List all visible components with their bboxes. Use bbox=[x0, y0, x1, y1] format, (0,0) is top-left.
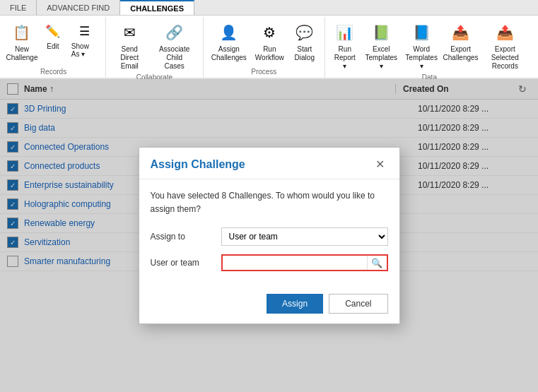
excel-templates-label: Excel Templates ▾ bbox=[365, 45, 397, 71]
start-dialog-label: Start Dialog bbox=[295, 45, 315, 62]
tab-file[interactable]: FILE bbox=[0, 0, 37, 15]
user-or-team-search-button[interactable]: 🔍 bbox=[367, 256, 387, 270]
run-report-label: Run Report ▾ bbox=[333, 45, 357, 71]
edit-icon: ✏️ bbox=[43, 21, 63, 41]
export-challenges-button[interactable]: 📤 Export Challenges bbox=[443, 18, 479, 65]
new-challenge-label: New Challenge bbox=[6, 45, 37, 62]
ribbon-group-collaborate: ✉ Send Direct Email 🔗 Associate Child Ca… bbox=[106, 17, 204, 78]
run-report-icon: 📊 bbox=[334, 21, 356, 44]
run-workflow-icon: ⚙ bbox=[258, 21, 281, 44]
assign-button[interactable]: Assign bbox=[267, 294, 323, 314]
show-as-button[interactable]: ☰ Show As ▾ bbox=[68, 18, 101, 61]
assign-challenges-label: Assign Challenges bbox=[211, 45, 247, 62]
send-direct-email-label: Send Direct Email bbox=[114, 45, 145, 71]
start-dialog-button[interactable]: 💬 Start Dialog bbox=[289, 18, 320, 65]
modal-footer: Assign Cancel bbox=[139, 288, 399, 323]
run-report-button[interactable]: 📊 Run Report ▾ bbox=[329, 18, 361, 73]
cancel-button[interactable]: Cancel bbox=[329, 294, 387, 314]
run-workflow-button[interactable]: ⚙ Run Workflow bbox=[252, 18, 288, 65]
user-or-team-input[interactable] bbox=[223, 256, 367, 270]
user-or-team-label: User or team bbox=[151, 258, 221, 268]
associate-child-cases-icon: 🔗 bbox=[163, 21, 186, 44]
word-templates-label: Word Templates ▾ bbox=[405, 45, 438, 71]
ribbon-group-process: 👤 Assign Challenges ⚙ Run Workflow 💬 Sta… bbox=[204, 17, 325, 78]
new-challenge-button[interactable]: 📋 New Challenge bbox=[6, 18, 38, 65]
process-group-label: Process bbox=[208, 68, 320, 78]
records-group-label: Records bbox=[6, 68, 101, 78]
user-or-team-control: 🔍 bbox=[221, 254, 388, 271]
close-icon[interactable]: ✕ bbox=[372, 158, 388, 172]
word-templates-icon: 📘 bbox=[410, 21, 433, 44]
export-selected-icon: 📤 bbox=[493, 21, 516, 44]
assign-to-label: Assign to bbox=[151, 232, 221, 242]
associate-child-cases-button[interactable]: 🔗 Associate Child Cases bbox=[150, 18, 198, 73]
export-selected-label: Export Selected Records bbox=[484, 45, 526, 71]
modal-description: You have selected 8 Challenges. To whom … bbox=[151, 189, 388, 216]
associate-child-cases-label: Associate Child Cases bbox=[153, 45, 194, 71]
send-direct-email-icon: ✉ bbox=[118, 21, 141, 44]
modal-overlay: Assign Challenge ✕ You have selected 8 C… bbox=[0, 79, 538, 392]
assign-to-select[interactable]: User or team bbox=[221, 227, 388, 246]
tab-advanced-find[interactable]: ADVANCED FIND bbox=[37, 0, 120, 15]
show-as-label: Show As ▾ bbox=[71, 42, 98, 58]
send-direct-email-button[interactable]: ✉ Send Direct Email bbox=[110, 18, 148, 73]
edit-button[interactable]: ✏️ Edit bbox=[40, 18, 66, 53]
edit-label: Edit bbox=[47, 42, 59, 50]
export-challenges-icon: 📤 bbox=[450, 21, 472, 44]
assign-to-row: Assign to User or team bbox=[151, 227, 388, 246]
export-challenges-label: Export Challenges bbox=[443, 45, 479, 62]
start-dialog-icon: 💬 bbox=[293, 21, 316, 44]
modal-header: Assign Challenge ✕ bbox=[139, 148, 399, 179]
tab-challenges[interactable]: CHALLENGES bbox=[120, 0, 194, 15]
run-workflow-label: Run Workflow bbox=[255, 45, 284, 62]
assign-challenge-modal: Assign Challenge ✕ You have selected 8 C… bbox=[139, 147, 400, 324]
export-selected-records-button[interactable]: 📤 Export Selected Records bbox=[481, 18, 530, 73]
word-templates-button[interactable]: 📘 Word Templates ▾ bbox=[402, 18, 441, 73]
show-as-icon: ☰ bbox=[74, 21, 94, 41]
ribbon-group-data: 📊 Run Report ▾ 📗 Excel Templates ▾ 📘 Wor… bbox=[325, 17, 534, 78]
excel-templates-button[interactable]: 📗 Excel Templates ▾ bbox=[362, 18, 401, 73]
ribbon-group-records: 📋 New Challenge ✏️ Edit ☰ Show As ▾ Reco… bbox=[4, 17, 106, 78]
assign-challenges-button[interactable]: 👤 Assign Challenges bbox=[208, 18, 250, 65]
assign-to-control: User or team bbox=[221, 227, 388, 246]
assign-challenges-icon: 👤 bbox=[218, 21, 240, 44]
new-challenge-icon: 📋 bbox=[11, 21, 33, 44]
user-or-team-row: User or team 🔍 bbox=[151, 254, 388, 271]
modal-body: You have selected 8 Challenges. To whom … bbox=[139, 179, 399, 288]
modal-title: Assign Challenge bbox=[151, 158, 245, 171]
excel-templates-icon: 📗 bbox=[370, 21, 392, 44]
